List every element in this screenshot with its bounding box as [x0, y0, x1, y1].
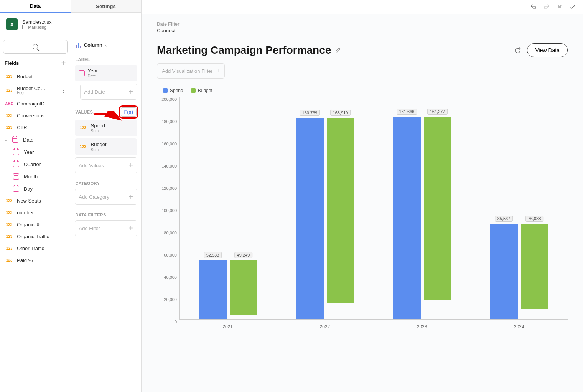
legend-item-spend[interactable]: Spend [163, 88, 183, 93]
bar-group: 85,56776,088 [471, 224, 568, 319]
y-axis-tick: 0 [175, 320, 177, 324]
y-axis-tick: 60,000 [164, 253, 177, 257]
tab-data[interactable]: Data [0, 0, 71, 13]
number-type-icon: 123 [5, 114, 14, 118]
svg-point-0 [516, 48, 520, 53]
value-item-spend[interactable]: 123 Spend Sum [75, 120, 138, 136]
date-type-icon [12, 137, 18, 143]
add-date-box[interactable]: Add Date + [80, 84, 138, 100]
chart-bar[interactable]: 76,088 [521, 224, 548, 309]
confirm-button[interactable] [569, 3, 576, 10]
close-button[interactable] [556, 3, 563, 10]
field-item[interactable]: 123Budget Co…F(x)⋮ [3, 82, 68, 98]
bar-value-label: 49,249 [234, 252, 253, 258]
field-item[interactable]: Quarter [3, 158, 68, 170]
legend-item-budget[interactable]: Budget [191, 88, 212, 93]
add-filter-label: Add Filter [79, 226, 100, 231]
field-item[interactable]: 123Other Traffic [3, 242, 68, 254]
add-filter-box[interactable]: Add Filter + [75, 220, 138, 236]
field-item[interactable]: Day [3, 183, 68, 195]
file-name: Samples.xlsx [22, 19, 120, 25]
bar-value-label: 165,919 [330, 110, 351, 116]
bar-value-label: 180,739 [300, 110, 320, 116]
field-item[interactable]: Month [3, 170, 68, 183]
text-type-icon: ABC [5, 102, 14, 106]
chart-bar[interactable]: 85,567 [490, 224, 518, 319]
chart-type-selector[interactable]: Column ⌄ [75, 40, 138, 50]
field-name: Day [24, 186, 66, 192]
x-axis-tick: 2024 [471, 321, 568, 331]
date-filter-value[interactable]: Connect [157, 28, 568, 33]
field-item[interactable]: 123Organic % [3, 219, 68, 231]
y-axis-tick: 200,000 [161, 97, 177, 102]
field-item[interactable]: 123Paid % [3, 254, 68, 266]
bar-value-label: 85,567 [495, 216, 513, 222]
field-name: Budget [17, 74, 66, 79]
category-section-header: CATEGORY [75, 180, 138, 189]
bar-value-label: 76,088 [525, 216, 544, 222]
chart-bar[interactable]: 181,666 [393, 117, 421, 319]
add-viz-filter[interactable]: Add Visualization Filter + [157, 63, 225, 79]
chart-bar[interactable]: 52,933 [199, 260, 227, 320]
field-item[interactable]: ⌄Date [3, 133, 68, 146]
field-item[interactable]: 123Conversions [3, 110, 68, 122]
chart-bar[interactable]: 49,249 [230, 260, 257, 315]
number-type-icon: 123 [5, 258, 14, 262]
field-item[interactable]: 123Organic Traffic [3, 231, 68, 242]
number-type-icon: 123 [5, 74, 14, 79]
y-axis-tick: 120,000 [161, 186, 177, 191]
field-name: Quarter [24, 161, 66, 167]
bar-value-label: 164,277 [427, 109, 448, 115]
field-item[interactable]: Year [3, 146, 68, 158]
undo-button[interactable] [530, 3, 537, 10]
plus-icon: + [128, 193, 133, 201]
chart-bar[interactable]: 165,919 [327, 118, 354, 303]
data-source-menu[interactable]: ⋮ [125, 18, 135, 30]
field-item[interactable]: ABCCampaignID [3, 98, 68, 110]
label-item-name: Year [88, 68, 134, 74]
y-axis-tick: 20,000 [164, 297, 177, 302]
add-field-button[interactable]: + [61, 59, 66, 67]
chart-bar[interactable]: 180,739 [296, 118, 324, 319]
field-name: Conversions [17, 113, 66, 119]
legend-swatch-budget [191, 88, 196, 93]
edit-title-button[interactable] [335, 47, 341, 53]
chevron-down-icon: ⌄ [105, 43, 108, 47]
y-axis-tick: 140,000 [161, 164, 177, 168]
add-category-box[interactable]: Add Category + [75, 189, 138, 205]
search-fields[interactable] [3, 40, 68, 54]
add-values-box[interactable]: Add Values + [75, 157, 138, 173]
date-type-icon [13, 149, 19, 155]
number-type-icon: 123 [79, 145, 88, 149]
label-item-year[interactable]: Year Date [75, 65, 138, 81]
date-filter-label: Date Filter [157, 21, 568, 27]
number-type-icon: 123 [5, 246, 14, 250]
chart-settings-icon[interactable] [514, 46, 522, 54]
field-menu[interactable]: ⋮ [61, 87, 66, 93]
table-icon [22, 25, 26, 29]
field-item[interactable]: 123number [3, 207, 68, 219]
plus-icon: + [128, 88, 133, 96]
chart-bar[interactable]: 164,277 [424, 117, 451, 300]
bar-group: 180,739165,919 [277, 118, 374, 319]
number-type-icon: 123 [5, 234, 14, 239]
left-panel-tabs: Data Settings [0, 0, 141, 13]
x-axis-tick: 2021 [179, 321, 276, 331]
field-item[interactable]: 123CTR [3, 122, 68, 133]
plus-icon: + [128, 224, 133, 232]
tab-settings[interactable]: Settings [71, 0, 141, 13]
bar-value-label: 52,933 [204, 252, 222, 258]
sheet-name: Marketing [28, 25, 46, 30]
bar-value-label: 181,666 [397, 109, 417, 115]
column-chart-icon [76, 43, 82, 48]
fx-button[interactable]: F(x) [121, 107, 137, 117]
number-type-icon: 123 [5, 125, 14, 130]
field-item[interactable]: 123Budget [3, 71, 68, 82]
values-section-header: VALUES [76, 110, 93, 114]
redo-button[interactable] [543, 3, 550, 10]
legend-label: Budget [198, 88, 212, 93]
view-data-button[interactable]: View Data [527, 43, 568, 57]
field-item[interactable]: 123New Seats [3, 195, 68, 207]
data-source-row: Samples.xlsx Marketing ⋮ [0, 13, 141, 35]
value-item-budget[interactable]: 123 Budget Sum [75, 138, 138, 155]
